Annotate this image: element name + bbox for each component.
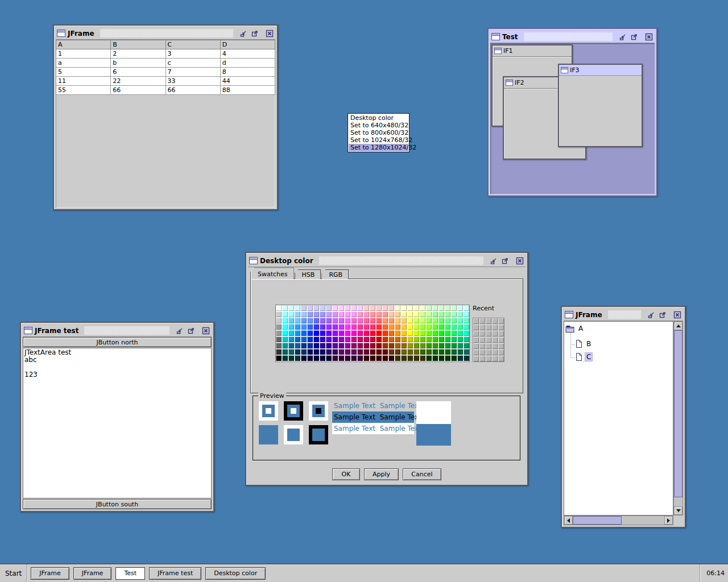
tree-node-child[interactable]: B bbox=[575, 338, 593, 350]
color-swatch[interactable] bbox=[332, 324, 338, 330]
column-header[interactable]: D bbox=[220, 40, 275, 49]
color-swatch[interactable] bbox=[464, 330, 469, 336]
menu-item[interactable]: Set to 1024x768/32 bbox=[349, 136, 408, 144]
scroll-left-button[interactable] bbox=[564, 516, 573, 525]
color-swatch[interactable] bbox=[295, 311, 300, 317]
color-swatch[interactable] bbox=[445, 349, 450, 355]
color-swatch[interactable] bbox=[445, 305, 450, 311]
color-swatch[interactable] bbox=[388, 305, 394, 311]
color-swatch[interactable] bbox=[313, 318, 319, 323]
recent-swatch[interactable] bbox=[486, 331, 491, 336]
color-swatch[interactable] bbox=[445, 355, 450, 361]
color-swatch[interactable] bbox=[295, 330, 300, 336]
color-swatch[interactable] bbox=[432, 355, 438, 361]
recent-swatch[interactable] bbox=[473, 337, 479, 343]
color-swatch[interactable] bbox=[445, 336, 450, 342]
jbutton-north[interactable]: JButton north bbox=[23, 337, 212, 347]
color-swatch[interactable] bbox=[288, 349, 294, 355]
table-cell[interactable]: 44 bbox=[220, 77, 275, 86]
color-swatch[interactable] bbox=[276, 336, 282, 342]
recent-swatch[interactable] bbox=[479, 337, 485, 343]
maximize-button[interactable] bbox=[187, 326, 196, 335]
recent-swatch[interactable] bbox=[492, 350, 498, 355]
color-swatch[interactable] bbox=[395, 355, 400, 361]
color-swatch[interactable] bbox=[457, 318, 463, 323]
table-cell[interactable]: 66 bbox=[166, 86, 220, 95]
tree-node-root[interactable]: A bbox=[565, 323, 585, 334]
color-swatch[interactable] bbox=[413, 349, 419, 355]
taskbar-task-button[interactable]: JFrame bbox=[31, 567, 69, 580]
close-button[interactable] bbox=[644, 32, 653, 41]
color-swatch[interactable] bbox=[426, 311, 432, 317]
color-swatch[interactable] bbox=[326, 324, 332, 330]
color-swatch[interactable] bbox=[420, 355, 425, 361]
color-swatch[interactable] bbox=[370, 305, 375, 311]
cancel-button[interactable]: Cancel bbox=[403, 468, 441, 480]
color-swatch[interactable] bbox=[338, 318, 344, 323]
color-swatch[interactable] bbox=[276, 343, 282, 348]
color-swatch[interactable] bbox=[439, 318, 444, 323]
menu-item[interactable]: Set to 728x582/32 bbox=[349, 144, 408, 151]
jtextarea[interactable]: JTextArea test abc 123 bbox=[23, 348, 212, 498]
table-cell[interactable]: 33 bbox=[166, 77, 220, 86]
color-swatch[interactable] bbox=[457, 324, 463, 330]
titlebar[interactable]: JFrame bbox=[56, 27, 275, 40]
color-swatch[interactable] bbox=[464, 305, 469, 311]
color-swatch[interactable] bbox=[439, 349, 444, 355]
color-swatch[interactable] bbox=[420, 336, 425, 342]
color-swatch[interactable] bbox=[457, 355, 463, 361]
color-swatch[interactable] bbox=[282, 330, 288, 336]
color-swatch[interactable] bbox=[407, 324, 413, 330]
recent-swatch[interactable] bbox=[498, 331, 504, 336]
column-header[interactable]: C bbox=[166, 40, 220, 49]
color-swatch[interactable] bbox=[420, 305, 425, 311]
color-swatch[interactable] bbox=[370, 324, 375, 330]
menu-item[interactable]: Desktop color bbox=[349, 114, 408, 122]
color-swatch[interactable] bbox=[288, 305, 294, 311]
color-swatch[interactable] bbox=[407, 343, 413, 348]
color-swatch[interactable] bbox=[326, 305, 332, 311]
recent-swatch[interactable] bbox=[479, 350, 485, 355]
color-swatch[interactable] bbox=[401, 343, 407, 348]
maximize-button[interactable] bbox=[658, 310, 667, 319]
titlebar[interactable]: IF3 bbox=[559, 65, 642, 76]
color-swatch[interactable] bbox=[413, 324, 419, 330]
color-swatch[interactable] bbox=[464, 349, 469, 355]
color-swatch[interactable] bbox=[295, 355, 300, 361]
color-swatch[interactable] bbox=[426, 324, 432, 330]
color-swatch[interactable] bbox=[295, 349, 300, 355]
color-swatch[interactable] bbox=[370, 330, 375, 336]
recent-swatch[interactable] bbox=[473, 356, 479, 361]
color-swatch[interactable] bbox=[332, 305, 338, 311]
iconify-button[interactable] bbox=[489, 256, 498, 265]
color-swatch[interactable] bbox=[357, 305, 363, 311]
color-swatch[interactable] bbox=[395, 318, 400, 323]
color-swatch[interactable] bbox=[413, 336, 419, 342]
color-swatch[interactable] bbox=[301, 330, 307, 336]
table-cell[interactable]: 3 bbox=[166, 49, 220, 59]
taskbar-task-button[interactable]: JFrame bbox=[73, 567, 112, 580]
color-swatch[interactable] bbox=[351, 324, 357, 330]
iconify-button[interactable] bbox=[175, 326, 184, 335]
color-swatch[interactable] bbox=[288, 330, 294, 336]
color-swatch[interactable] bbox=[332, 343, 338, 348]
color-swatch[interactable] bbox=[413, 305, 419, 311]
color-swatch[interactable] bbox=[439, 305, 444, 311]
recent-swatch[interactable] bbox=[492, 343, 498, 349]
color-swatch[interactable] bbox=[445, 318, 450, 323]
color-swatch[interactable] bbox=[376, 349, 382, 355]
color-swatch[interactable] bbox=[451, 343, 457, 348]
color-swatch[interactable] bbox=[307, 311, 313, 317]
color-swatch[interactable] bbox=[388, 318, 394, 323]
color-swatch[interactable] bbox=[426, 318, 432, 323]
color-swatch[interactable] bbox=[282, 324, 288, 330]
color-swatch[interactable] bbox=[351, 336, 357, 342]
recent-swatch[interactable] bbox=[498, 325, 504, 330]
color-swatch[interactable] bbox=[432, 311, 438, 317]
color-swatch[interactable] bbox=[357, 330, 363, 336]
horizontal-scrollbar-thumb[interactable] bbox=[573, 516, 622, 525]
color-swatch[interactable] bbox=[288, 336, 294, 342]
color-swatch[interactable] bbox=[420, 343, 425, 348]
color-swatch[interactable] bbox=[332, 330, 338, 336]
color-swatch[interactable] bbox=[332, 311, 338, 317]
